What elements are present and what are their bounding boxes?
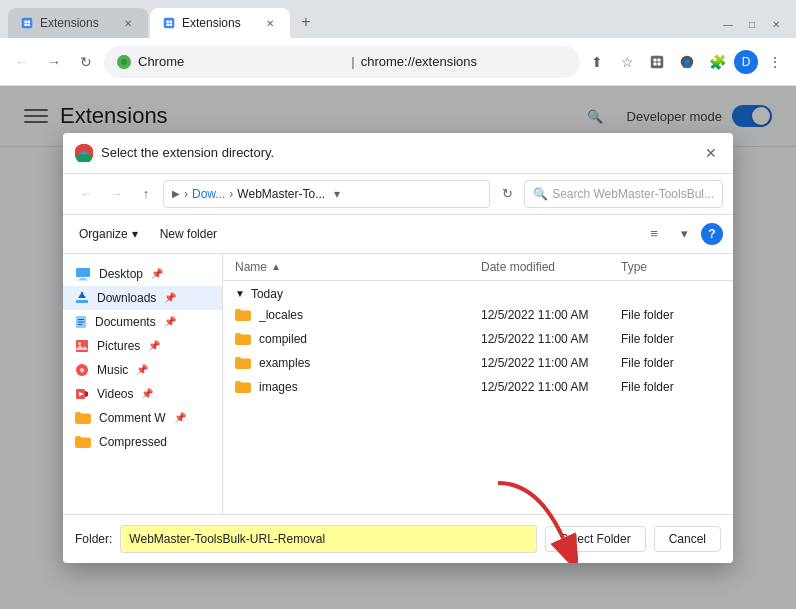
col-type-header[interactable]: Type xyxy=(621,260,721,274)
dialog-filelist: Name ▲ Date modified Type ▼ Today xyxy=(223,254,733,514)
file-compiled-label: compiled xyxy=(259,332,307,346)
file-images-label: images xyxy=(259,380,298,394)
breadcrumb-dropdown-icon[interactable]: ▾ xyxy=(329,187,345,201)
dialog-search-box[interactable]: 🔍 Search WebMaster-ToolsBul... xyxy=(524,180,723,208)
svg-marker-39 xyxy=(85,391,88,397)
view-dropdown-button[interactable]: ▾ xyxy=(671,221,697,247)
sidebar-item-comment-w[interactable]: Comment W 📌 xyxy=(63,406,222,430)
sort-arrow-icon: ▲ xyxy=(271,261,281,272)
extension-icon-1[interactable] xyxy=(644,49,670,75)
maximize-button[interactable]: □ xyxy=(744,16,760,32)
folder-icon-examples xyxy=(235,356,251,369)
videos-label: Videos xyxy=(97,387,133,401)
tab-extensions-2[interactable]: Extensions ✕ xyxy=(150,8,290,38)
folder-icon-compiled xyxy=(235,332,251,345)
help-button[interactable]: ? xyxy=(701,223,723,245)
dialog-body: Desktop 📌 Downloads 📌 xyxy=(63,254,733,514)
window-controls: — □ ✕ xyxy=(720,16,788,38)
svg-point-33 xyxy=(78,342,81,345)
minimize-button[interactable]: — xyxy=(720,16,736,32)
compressed-label: Compressed xyxy=(99,435,167,449)
file-name-examples: examples xyxy=(235,356,481,370)
dialog-nav: ← → ↑ ▶ › Dow... › WebMaster-To... ▾ ↻ 🔍 xyxy=(63,174,733,215)
group-toggle[interactable]: ▼ xyxy=(235,288,245,299)
file-name-images: images xyxy=(235,380,481,394)
extension-icon-2[interactable]: 👤 xyxy=(674,49,700,75)
file-images-date: 12/5/2022 11:00 AM xyxy=(481,380,621,394)
share-button[interactable]: ⬆ xyxy=(584,49,610,75)
col-date-header[interactable]: Date modified xyxy=(481,260,621,274)
forward-button[interactable]: → xyxy=(40,48,68,76)
dialog-close-button[interactable]: ✕ xyxy=(701,143,721,163)
table-row[interactable]: compiled 12/5/2022 11:00 AM File folder xyxy=(223,327,733,351)
dialog-up-button[interactable]: ↑ xyxy=(133,181,159,207)
tab-extensions-1[interactable]: Extensions ✕ xyxy=(8,8,148,38)
svg-text:👤: 👤 xyxy=(682,57,692,67)
new-folder-button[interactable]: New folder xyxy=(152,223,225,245)
sidebar-item-compressed[interactable]: Compressed xyxy=(63,430,222,454)
sidebar-item-music[interactable]: ♪ Music 📌 xyxy=(63,358,222,382)
close-window-button[interactable]: ✕ xyxy=(768,16,784,32)
file-compiled-type: File folder xyxy=(621,332,721,346)
back-button[interactable]: ← xyxy=(8,48,36,76)
table-row[interactable]: examples 12/5/2022 11:00 AM File folder xyxy=(223,351,733,375)
select-folder-button[interactable]: Select Folder xyxy=(545,526,646,552)
videos-pin-icon: 📌 xyxy=(141,388,153,399)
sidebar-item-documents[interactable]: Documents 📌 xyxy=(63,310,222,334)
comment-w-pin-icon: 📌 xyxy=(174,412,186,423)
downloads-icon xyxy=(75,291,89,305)
tab-1-close[interactable]: ✕ xyxy=(120,15,136,31)
view-list-button[interactable]: ≡ xyxy=(641,221,667,247)
music-icon: ♪ xyxy=(75,363,89,377)
svg-rect-14 xyxy=(657,58,660,61)
filelist-header: Name ▲ Date modified Type xyxy=(223,254,733,281)
new-tab-button[interactable]: + xyxy=(292,8,320,36)
dialog-title: Select the extension directory. xyxy=(101,145,701,160)
tab-2-close[interactable]: ✕ xyxy=(262,15,278,31)
bookmark-button[interactable]: ☆ xyxy=(614,49,640,75)
file-name-compiled: compiled xyxy=(235,332,481,346)
cancel-button[interactable]: Cancel xyxy=(654,526,721,552)
table-row[interactable]: images 12/5/2022 11:00 AM File folder xyxy=(223,375,733,399)
address-input-wrap[interactable]: Chrome | chrome://extensions xyxy=(104,46,580,78)
sidebar-item-videos[interactable]: Videos 📌 xyxy=(63,382,222,406)
svg-point-11 xyxy=(121,59,127,65)
address-url: chrome://extensions xyxy=(361,54,568,69)
col-name-header[interactable]: Name ▲ xyxy=(235,260,481,274)
breadcrumb-bar[interactable]: ▶ › Dow... › WebMaster-To... ▾ xyxy=(163,180,490,208)
sidebar-item-pictures[interactable]: Pictures 📌 xyxy=(63,334,222,358)
dialog-forward-button[interactable]: → xyxy=(103,181,129,207)
svg-rect-31 xyxy=(78,324,82,325)
folder-input[interactable] xyxy=(120,525,537,553)
file-dialog: Select the extension directory. ✕ ← → ↑ … xyxy=(63,133,733,563)
organize-button[interactable]: Organize ▾ xyxy=(73,223,144,245)
table-row[interactable]: _locales 12/5/2022 11:00 AM File folder xyxy=(223,303,733,327)
folder-label: Folder: xyxy=(75,532,112,546)
reload-button[interactable]: ↻ xyxy=(72,48,100,76)
profile-avatar[interactable]: D xyxy=(734,50,758,74)
toolbar-right: ≡ ▾ ? xyxy=(641,221,723,247)
comment-w-folder-icon xyxy=(75,411,91,424)
dialog-back-button[interactable]: ← xyxy=(73,181,99,207)
sidebar-item-downloads[interactable]: Downloads 📌 xyxy=(63,286,222,310)
menu-button[interactable]: ⋮ xyxy=(762,49,788,75)
downloads-pin-icon: 📌 xyxy=(164,292,176,303)
pictures-icon xyxy=(75,339,89,353)
svg-rect-2 xyxy=(27,20,30,23)
address-separator: | xyxy=(351,54,354,69)
svg-rect-30 xyxy=(78,321,84,322)
breadcrumb-arrow: ▶ xyxy=(172,188,180,199)
dialog-refresh-button[interactable]: ↻ xyxy=(494,181,520,207)
svg-rect-22 xyxy=(76,268,90,277)
svg-rect-27 xyxy=(81,292,83,297)
footer-buttons: Select Folder Cancel xyxy=(545,526,721,552)
organize-dropdown-icon: ▾ xyxy=(132,227,138,241)
file-locales-date: 12/5/2022 11:00 AM xyxy=(481,308,621,322)
svg-rect-16 xyxy=(657,62,660,65)
tab-icon-2 xyxy=(162,16,176,30)
folder-icon-images xyxy=(235,380,251,393)
svg-rect-13 xyxy=(653,58,656,61)
desktop-label: Desktop xyxy=(99,267,143,281)
sidebar-item-desktop[interactable]: Desktop 📌 xyxy=(63,262,222,286)
puzzle-icon-button[interactable]: 🧩 xyxy=(704,49,730,75)
